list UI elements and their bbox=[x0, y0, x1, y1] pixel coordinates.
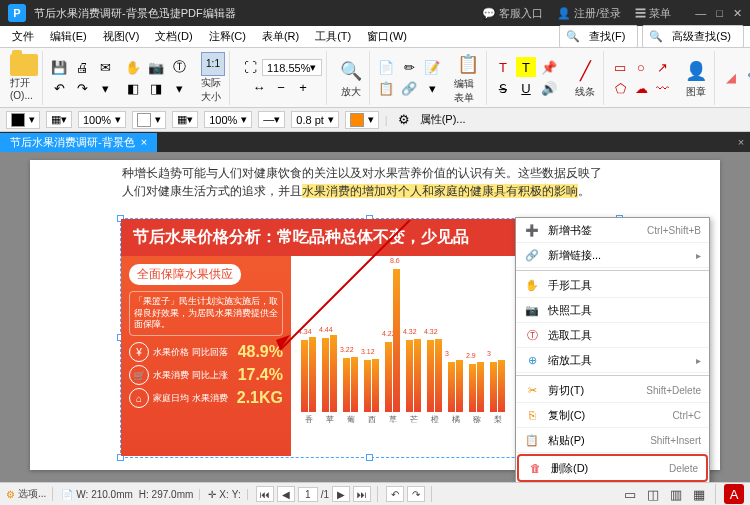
menu-annotate[interactable]: 注释(C) bbox=[203, 27, 252, 46]
line-style[interactable]: —▾ bbox=[258, 111, 285, 128]
strike-icon[interactable]: S̶ bbox=[493, 78, 513, 98]
maximize-button[interactable]: □ bbox=[716, 7, 723, 20]
fit-icon[interactable]: 1:1 bbox=[201, 52, 225, 76]
stamp-icon[interactable]: 👤 bbox=[682, 57, 710, 85]
ctx-hand[interactable]: ✋手形工具 bbox=[516, 273, 709, 298]
opacity-1[interactable]: 100% ▾ bbox=[78, 111, 126, 128]
sound-icon[interactable]: 🔊 bbox=[539, 78, 559, 98]
main-menu[interactable]: ☰ 菜单 bbox=[635, 6, 671, 21]
note-icon[interactable]: 📌 bbox=[539, 57, 559, 77]
edit2-icon[interactable]: ✏ bbox=[399, 57, 419, 77]
cloud-icon[interactable]: ☁ bbox=[631, 78, 651, 98]
ctx-select[interactable]: Ⓣ选取工具 bbox=[516, 323, 709, 348]
layout3-icon[interactable]: ▥ bbox=[666, 484, 686, 504]
magnify-icon[interactable]: 🔍 bbox=[337, 57, 365, 85]
advanced-find-button[interactable]: 🔍高级查找(S) bbox=[642, 25, 744, 48]
hl-color[interactable]: ▾ bbox=[345, 111, 379, 129]
tabbar-close-icon[interactable]: × bbox=[732, 133, 750, 151]
hl-icon[interactable]: T bbox=[516, 57, 536, 77]
ctx-cut[interactable]: ✂剪切(T)Shift+Delete bbox=[516, 378, 709, 403]
tool5-icon[interactable]: ◨ bbox=[146, 78, 166, 98]
menu-file[interactable]: 文件 bbox=[6, 27, 40, 46]
zoom-input[interactable]: 118.55%▾ bbox=[262, 59, 322, 76]
close-button[interactable]: ✕ bbox=[733, 7, 742, 20]
nav-fwd[interactable]: ↷ bbox=[407, 486, 425, 502]
fitpage-icon[interactable]: ⛶ bbox=[240, 58, 260, 78]
snapshot-icon[interactable]: 📷 bbox=[146, 57, 166, 77]
properties-toolbar: ▾ ▦▾ 100% ▾ ▾ ▦▾ 100% ▾ —▾ 0.8 pt ▾ ▾ | … bbox=[0, 108, 750, 132]
support-link[interactable]: 💬 客服入口 bbox=[482, 6, 543, 21]
rect-icon[interactable]: ▭ bbox=[610, 57, 630, 77]
layout2-icon[interactable]: ◫ bbox=[643, 484, 663, 504]
text-icon[interactable]: T bbox=[493, 57, 513, 77]
hand-icon[interactable]: ✋ bbox=[123, 57, 143, 77]
ctx-delete[interactable]: 🗑删除(D)Delete bbox=[517, 454, 708, 482]
save-icon[interactable]: 💾 bbox=[49, 57, 69, 77]
menu-form[interactable]: 表单(R) bbox=[256, 27, 305, 46]
tool4-icon[interactable]: ◧ bbox=[123, 78, 143, 98]
eraser-icon[interactable]: ◢ bbox=[721, 68, 741, 88]
ctx-snapshot[interactable]: 📷快照工具 bbox=[516, 298, 709, 323]
circle-icon[interactable]: ○ bbox=[631, 57, 651, 77]
zoomout-icon[interactable]: − bbox=[271, 78, 291, 98]
ctx-copy[interactable]: ⎘复制(C)Ctrl+C bbox=[516, 403, 709, 428]
under-icon[interactable]: U bbox=[516, 78, 536, 98]
line-width[interactable]: 0.8 pt ▾ bbox=[291, 111, 339, 128]
tab-close-icon[interactable]: × bbox=[141, 136, 147, 148]
redo-icon[interactable]: ↷ bbox=[72, 78, 92, 98]
tool-icon[interactable]: ▾ bbox=[95, 78, 115, 98]
document-area[interactable]: 种增长趋势可能与人们对健康饮食的关注以及对水果营养价值的认识有关。这些数据反映了… bbox=[0, 152, 750, 482]
acrobat-icon[interactable]: A bbox=[724, 484, 744, 504]
ctx-link[interactable]: 🔗新增链接...▸ bbox=[516, 243, 709, 268]
props-button[interactable]: 属性(P)... bbox=[420, 112, 466, 127]
ctx-bookmark[interactable]: ➕新增书签Ctrl+Shift+B bbox=[516, 218, 709, 243]
edit1-icon[interactable]: 📄 bbox=[376, 57, 396, 77]
gear-icon[interactable]: ⚙ bbox=[6, 489, 15, 500]
pen-icon[interactable]: ✎ bbox=[742, 68, 750, 88]
find-button[interactable]: 🔍查找(F) bbox=[559, 25, 638, 48]
nav-last[interactable]: ⏭ bbox=[353, 486, 371, 502]
menu-edit[interactable]: 编辑(E) bbox=[44, 27, 93, 46]
stroke-color[interactable]: ▾ bbox=[132, 111, 166, 129]
ctx-paste[interactable]: 📋粘贴(P)Shift+Insert bbox=[516, 428, 709, 453]
pattern-select[interactable]: ▦▾ bbox=[46, 111, 72, 128]
opacity-2[interactable]: 100% ▾ bbox=[204, 111, 252, 128]
undo-icon[interactable]: ↶ bbox=[49, 78, 69, 98]
minimize-button[interactable]: — bbox=[695, 7, 706, 20]
props-icon[interactable]: ⚙ bbox=[394, 110, 414, 130]
form-icon[interactable]: 📋 bbox=[454, 51, 482, 77]
line-icon[interactable]: ╱ bbox=[571, 57, 599, 85]
edit5-icon[interactable]: 🔗 bbox=[399, 78, 419, 98]
quick-tools-2: ✋ 📷 Ⓣ ◧ ◨ ▾ bbox=[123, 57, 191, 98]
tool6-icon[interactable]: ▾ bbox=[169, 78, 189, 98]
fitwidth-icon[interactable]: ↔ bbox=[249, 78, 269, 98]
document-tab[interactable]: 节后水果消费调研-背景色× bbox=[0, 133, 157, 152]
mail-icon[interactable]: ✉ bbox=[95, 57, 115, 77]
page-input[interactable]: 1 bbox=[298, 487, 318, 502]
nav-back[interactable]: ↶ bbox=[386, 486, 404, 502]
print-icon[interactable]: 🖨 bbox=[72, 57, 92, 77]
free-icon[interactable]: 〰 bbox=[652, 78, 672, 98]
edit3-icon[interactable]: 📝 bbox=[422, 57, 442, 77]
nav-prev[interactable]: ◀ bbox=[277, 486, 295, 502]
menu-view[interactable]: 视图(V) bbox=[97, 27, 146, 46]
open-group[interactable]: 打开(O)... bbox=[6, 51, 43, 105]
menu-tools[interactable]: 工具(T) bbox=[309, 27, 357, 46]
login-link[interactable]: 👤 注册/登录 bbox=[557, 6, 621, 21]
edit4-icon[interactable]: 📋 bbox=[376, 78, 396, 98]
fill-color[interactable]: ▾ bbox=[6, 111, 40, 129]
ctx-zoom[interactable]: ⊕缩放工具▸ bbox=[516, 348, 709, 373]
poly-icon[interactable]: ⬠ bbox=[610, 78, 630, 98]
stroke-pattern[interactable]: ▦▾ bbox=[172, 111, 198, 128]
edit6-icon[interactable]: ▾ bbox=[422, 78, 442, 98]
nav-next[interactable]: ▶ bbox=[332, 486, 350, 502]
zoomin-icon[interactable]: + bbox=[293, 78, 313, 98]
layout1-icon[interactable]: ▭ bbox=[620, 484, 640, 504]
menu-document[interactable]: 文档(D) bbox=[149, 27, 198, 46]
nav-first[interactable]: ⏮ bbox=[256, 486, 274, 502]
select-icon[interactable]: Ⓣ bbox=[169, 57, 189, 77]
menu-window[interactable]: 窗口(W) bbox=[361, 27, 413, 46]
arrow-icon[interactable]: ↗ bbox=[652, 57, 672, 77]
options-button[interactable]: 选项... bbox=[18, 487, 46, 501]
layout4-icon[interactable]: ▦ bbox=[689, 484, 709, 504]
